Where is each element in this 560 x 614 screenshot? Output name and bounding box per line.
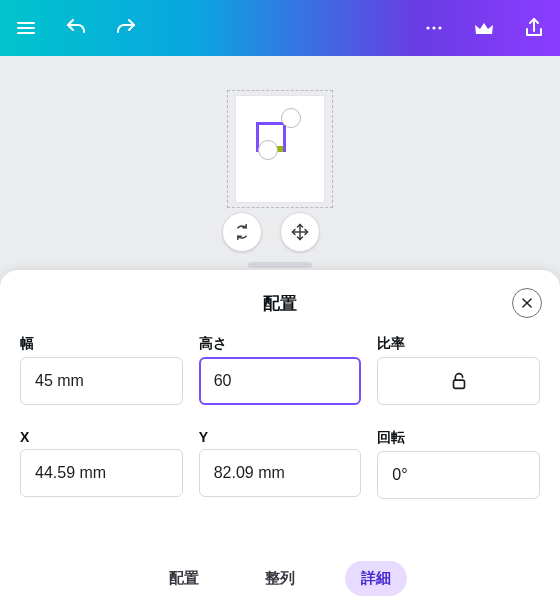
svg-rect-10 [453,380,464,388]
resize-handle[interactable] [281,108,301,128]
cycle-button[interactable] [222,212,262,252]
width-value: 45 mm [35,372,84,390]
tab-align[interactable]: 整列 [249,561,311,596]
y-label: Y [199,429,362,445]
sheet-title: 配置 [20,292,540,315]
resize-handle[interactable] [258,140,278,160]
rotation-input[interactable]: 0° [377,451,540,499]
more-icon[interactable] [422,16,446,40]
tab-detail[interactable]: 詳細 [345,561,407,596]
top-toolbar [0,0,560,56]
position-sheet: 配置 幅 45 mm 高さ 60 比率 X 44.59 mm [0,270,560,614]
undo-icon[interactable] [64,16,88,40]
sheet-tabs: 配置 整列 詳細 [20,547,540,614]
redo-icon[interactable] [114,16,138,40]
rotation-value: 0° [392,466,407,484]
svg-point-5 [438,26,441,29]
width-input[interactable]: 45 mm [20,357,183,405]
ratio-lock-button[interactable] [377,357,540,405]
design-page[interactable] [236,96,324,202]
y-input[interactable]: 82.09 mm [199,449,362,497]
close-button[interactable] [512,288,542,318]
x-value: 44.59 mm [35,464,106,482]
rotation-label: 回転 [377,429,540,447]
x-input[interactable]: 44.59 mm [20,449,183,497]
tab-position[interactable]: 配置 [153,561,215,596]
ratio-label: 比率 [377,335,540,353]
height-value: 60 [214,372,232,390]
svg-point-4 [432,26,435,29]
height-label: 高さ [199,335,362,353]
canvas-stage[interactable] [0,56,560,270]
width-label: 幅 [20,335,183,353]
y-value: 82.09 mm [214,464,285,482]
move-button[interactable] [280,212,320,252]
svg-point-3 [426,26,429,29]
x-label: X [20,429,183,445]
crown-icon[interactable] [472,16,496,40]
menu-icon[interactable] [14,16,38,40]
unlock-icon [448,370,470,392]
height-input[interactable]: 60 [199,357,362,405]
canvas-tools [222,212,320,252]
share-icon[interactable] [522,16,546,40]
sheet-grabber[interactable] [248,262,312,268]
